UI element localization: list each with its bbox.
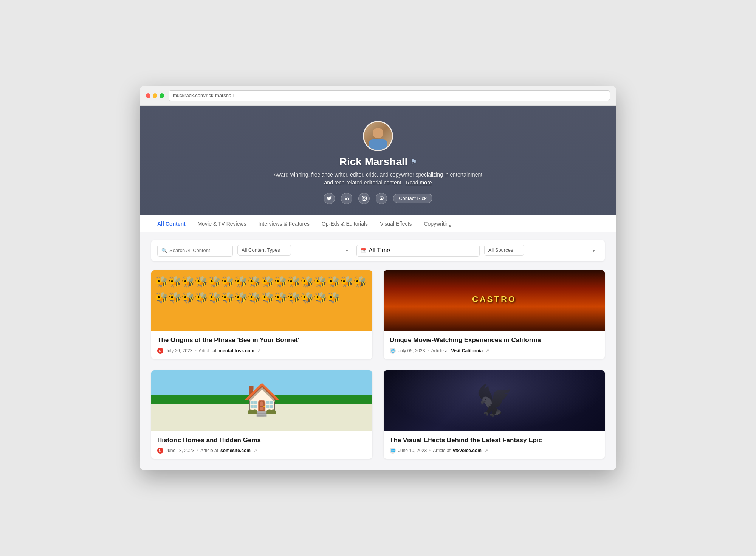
- article-image: [384, 370, 605, 431]
- tab-movie-tv[interactable]: Movie & TV Reviews: [192, 215, 253, 232]
- article-type: Article at: [200, 448, 218, 453]
- article-meta: 🌐 July 05, 2023 • Article at Visit Calif…: [390, 348, 599, 354]
- content-area: 🔍 All Content Types 📅 All Time All Sourc…: [140, 232, 616, 471]
- article-type: Article at: [199, 348, 217, 353]
- date-filter-label: All Time: [369, 247, 390, 254]
- article-content: Historic Homes and Hidden Gems M June 18…: [151, 431, 372, 459]
- search-icon: 🔍: [161, 248, 167, 253]
- article-meta: M July 26, 2023 • Article at mentalfloss…: [157, 348, 366, 354]
- article-date: July 26, 2023: [166, 348, 192, 353]
- navigation-tabs: All Content Movie & TV Reviews Interview…: [140, 215, 616, 232]
- verified-badge-icon: ⚑: [411, 158, 417, 166]
- tab-op-eds[interactable]: Op-Eds & Editorials: [316, 215, 374, 232]
- source-icon: M: [157, 448, 163, 454]
- article-meta: M June 18, 2023 • Article at somesite.co…: [157, 448, 366, 454]
- article-source[interactable]: mentalfloss.com: [218, 348, 254, 353]
- read-more-link[interactable]: Read more: [406, 180, 432, 186]
- article-type: Article at: [431, 348, 449, 353]
- traffic-lights: [146, 93, 164, 98]
- article-card[interactable]: Unique Movie-Watching Experiences in Cal…: [384, 270, 605, 359]
- sources-filter-wrap: All Sources: [484, 245, 599, 257]
- article-source[interactable]: vfxvoice.com: [453, 448, 482, 453]
- url-bar[interactable]: muckrack.com/rick-marshall: [169, 90, 610, 101]
- article-card[interactable]: The Origins of the Phrase 'Bee in Your B…: [151, 270, 372, 359]
- profile-hero: Rick Marshall ⚑ Award-winning, freelance…: [140, 106, 616, 215]
- article-card[interactable]: Historic Homes and Hidden Gems M June 18…: [151, 370, 372, 459]
- linkedin-icon[interactable]: [341, 193, 352, 204]
- article-date: June 18, 2023: [166, 448, 194, 453]
- article-card[interactable]: The Visual Effects Behind the Latest Fan…: [384, 370, 605, 459]
- search-input[interactable]: [169, 248, 229, 253]
- instagram-icon[interactable]: [358, 193, 370, 204]
- external-link-icon: ↗: [257, 348, 261, 353]
- separator: •: [427, 348, 429, 353]
- article-date: July 05, 2023: [398, 348, 425, 353]
- content-type-filter[interactable]: All Content Types: [237, 245, 291, 256]
- search-input-wrap[interactable]: 🔍: [157, 245, 233, 257]
- profile-bio: Award-winning, freelance writer, editor,…: [272, 171, 484, 187]
- tab-interviews[interactable]: Interviews & Features: [253, 215, 316, 232]
- source-icon: 🌐: [390, 448, 396, 454]
- avatar-image: [364, 122, 392, 150]
- bio-text: Award-winning, freelance writer, editor,…: [274, 172, 482, 186]
- article-content: The Visual Effects Behind the Latest Fan…: [384, 431, 605, 459]
- browser-chrome: muckrack.com/rick-marshall: [140, 86, 616, 106]
- external-link-icon: ↗: [486, 348, 489, 353]
- tab-all-content[interactable]: All Content: [151, 215, 192, 232]
- source-icon: 🌐: [390, 348, 396, 354]
- url-text: muckrack.com/rick-marshall: [173, 93, 234, 98]
- source-icon: M: [157, 348, 163, 354]
- article-date: June 10, 2023: [398, 448, 427, 453]
- profile-name-text: Rick Marshall: [339, 156, 408, 168]
- calendar-icon: 📅: [361, 248, 366, 253]
- content-type-filter-wrap: All Content Types: [237, 245, 352, 257]
- profile-name: Rick Marshall ⚑: [339, 156, 417, 168]
- article-content: The Origins of the Phrase 'Bee in Your B…: [151, 331, 372, 359]
- article-meta: 🌐 June 10, 2023 • Article at vfxvoice.co…: [390, 448, 599, 454]
- separator: •: [195, 348, 196, 353]
- tab-visual-effects[interactable]: Visual Effects: [374, 215, 418, 232]
- article-title: The Origins of the Phrase 'Bee in Your B…: [157, 336, 366, 345]
- article-image: [151, 370, 372, 431]
- mastodon-icon[interactable]: [376, 193, 387, 204]
- article-title: Historic Homes and Hidden Gems: [157, 436, 366, 445]
- minimize-button[interactable]: [153, 93, 157, 98]
- article-title: Unique Movie-Watching Experiences in Cal…: [390, 336, 599, 345]
- browser-window: muckrack.com/rick-marshall Rick Marshall…: [140, 86, 616, 471]
- sources-filter[interactable]: All Sources: [484, 245, 524, 256]
- filters-bar: 🔍 All Content Types 📅 All Time All Sourc…: [151, 240, 605, 261]
- social-links: Contact Rick: [324, 193, 432, 204]
- article-source[interactable]: Visit California: [451, 348, 483, 353]
- separator: •: [429, 448, 431, 453]
- external-link-icon: ↗: [485, 448, 488, 453]
- tab-copywriting[interactable]: Copywriting: [418, 215, 457, 232]
- twitter-icon[interactable]: [324, 193, 335, 204]
- article-type: Article at: [433, 448, 451, 453]
- contact-button[interactable]: Contact Rick: [393, 194, 432, 203]
- article-image: [384, 270, 605, 331]
- article-title: The Visual Effects Behind the Latest Fan…: [390, 436, 599, 445]
- article-image: [151, 270, 372, 331]
- separator: •: [197, 448, 198, 453]
- article-content: Unique Movie-Watching Experiences in Cal…: [384, 331, 605, 359]
- avatar: [363, 121, 393, 151]
- article-source[interactable]: somesite.com: [220, 448, 251, 453]
- close-button[interactable]: [146, 93, 150, 98]
- maximize-button[interactable]: [160, 93, 164, 98]
- articles-grid: The Origins of the Phrase 'Bee in Your B…: [151, 270, 605, 459]
- date-filter-wrap[interactable]: 📅 All Time: [356, 245, 479, 257]
- external-link-icon: ↗: [254, 448, 257, 453]
